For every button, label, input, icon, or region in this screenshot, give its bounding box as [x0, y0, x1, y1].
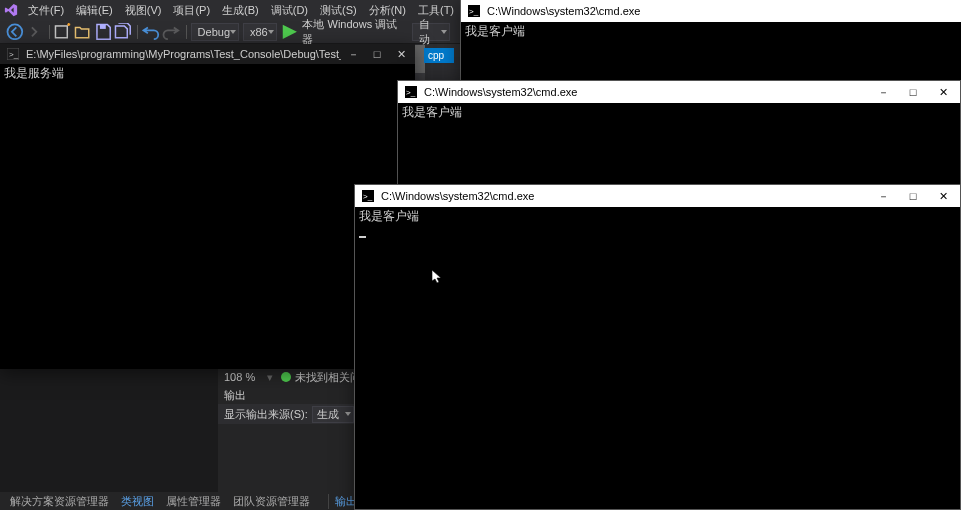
- bottom-tab-team-explorer[interactable]: 团队资源管理器: [227, 494, 316, 509]
- menu-file[interactable]: 文件(F): [22, 3, 70, 18]
- vs-logo-icon: [4, 1, 18, 19]
- bottom-tab-solution-explorer[interactable]: 解决方案资源管理器: [4, 494, 115, 509]
- save-all-icon[interactable]: [114, 23, 132, 41]
- vs-toolbar: Debug x86 本地 Windows 调试器 自动: [0, 20, 460, 44]
- svg-text:>_: >_: [363, 192, 373, 201]
- start-debug-icon[interactable]: [281, 23, 299, 41]
- svg-text:>_: >_: [469, 7, 479, 16]
- svg-point-0: [7, 24, 22, 39]
- cmd2-titlebar[interactable]: >_ C:\Windows\system32\cmd.exe － □ ✕: [398, 81, 960, 103]
- cmd1-title: C:\Windows\system32\cmd.exe: [487, 5, 961, 17]
- menu-debug[interactable]: 调试(D): [265, 3, 314, 18]
- platform-dropdown[interactable]: x86: [243, 23, 277, 41]
- menu-analyze[interactable]: 分析(N): [363, 3, 412, 18]
- cmd2-output-line: 我是客户端: [402, 105, 462, 119]
- server-title: E:\MyFiles\programming\MyPrograms\Test_C…: [26, 48, 341, 60]
- save-icon[interactable]: [94, 23, 112, 41]
- cmd3-window-controls: － □ ✕: [868, 186, 958, 206]
- server-console-window[interactable]: >_ E:\MyFiles\programming\MyPrograms\Tes…: [0, 44, 415, 369]
- cmd-window-2[interactable]: >_ C:\Windows\system32\cmd.exe － □ ✕ 我是客…: [397, 80, 961, 188]
- close-button[interactable]: ✕: [928, 186, 958, 206]
- minimize-button[interactable]: －: [868, 186, 898, 206]
- cmd3-body[interactable]: 我是客户端: [355, 207, 960, 509]
- cmd-icon: >_: [467, 4, 481, 18]
- bottom-tab-property-manager[interactable]: 属性管理器: [160, 494, 227, 509]
- cmd1-titlebar[interactable]: >_ C:\Windows\system32\cmd.exe: [461, 0, 961, 22]
- tab-cpp[interactable]: cpp: [424, 48, 454, 63]
- undo-icon[interactable]: [142, 23, 160, 41]
- maximize-button[interactable]: □: [365, 45, 389, 63]
- toolbar-separator: [137, 25, 138, 39]
- cmd1-output-line: 我是客户端: [465, 24, 525, 38]
- output-filter-dropdown[interactable]: 生成: [312, 406, 354, 423]
- close-button[interactable]: ✕: [389, 45, 413, 63]
- cmd-icon: >_: [404, 85, 418, 99]
- minimize-button[interactable]: －: [868, 82, 898, 102]
- maximize-button[interactable]: □: [898, 186, 928, 206]
- bottom-tab-class-view[interactable]: 类视图: [115, 494, 160, 509]
- auto-dropdown[interactable]: 自动: [412, 23, 450, 41]
- redo-icon[interactable]: [162, 23, 180, 41]
- mouse-pointer-icon: [432, 270, 442, 284]
- debug-target-label[interactable]: 本地 Windows 调试器: [302, 17, 406, 47]
- output-filter-label: 显示输出来源(S):: [224, 407, 308, 422]
- server-titlebar[interactable]: >_ E:\MyFiles\programming\MyPrograms\Tes…: [0, 44, 415, 64]
- cmd-icon: >_: [361, 189, 375, 203]
- vs-lower-left-panel: [0, 368, 218, 498]
- text-cursor: [359, 236, 366, 238]
- menu-project[interactable]: 项目(P): [167, 3, 216, 18]
- new-project-icon[interactable]: [54, 23, 72, 41]
- cmd2-body[interactable]: 我是客户端: [398, 103, 960, 187]
- cmd3-output-line: 我是客户端: [359, 209, 419, 223]
- minimize-button[interactable]: －: [341, 45, 365, 63]
- server-output-line: 我是服务端: [4, 66, 64, 80]
- server-console-body[interactable]: 我是服务端: [0, 64, 415, 369]
- toolbar-separator: [186, 25, 187, 39]
- menu-test[interactable]: 测试(S): [314, 3, 363, 18]
- cmd2-window-controls: － □ ✕: [868, 82, 958, 102]
- svg-rect-2: [100, 24, 106, 28]
- maximize-button[interactable]: □: [898, 82, 928, 102]
- svg-text:>_: >_: [9, 50, 19, 59]
- cmd1-body[interactable]: 我是客户端: [461, 22, 961, 84]
- zoom-level[interactable]: 108 %: [224, 371, 255, 383]
- nav-back-icon[interactable]: [6, 23, 24, 41]
- menu-view[interactable]: 视图(V): [119, 3, 168, 18]
- config-dropdown[interactable]: Debug: [191, 23, 239, 41]
- zoom-dropdown-icon[interactable]: ▾: [267, 371, 273, 384]
- check-ok-icon: [281, 372, 291, 382]
- nav-forward-icon[interactable]: [26, 23, 44, 41]
- console-app-icon: >_: [6, 47, 20, 61]
- menu-build[interactable]: 生成(B): [216, 3, 265, 18]
- cmd3-titlebar[interactable]: >_ C:\Windows\system32\cmd.exe － □ ✕: [355, 185, 960, 207]
- server-window-controls: － □ ✕: [341, 45, 413, 63]
- open-file-icon[interactable]: [74, 23, 92, 41]
- editor-tabstrip: cpp: [424, 48, 454, 65]
- toolbar-separator: [49, 25, 50, 39]
- svg-rect-1: [56, 26, 68, 38]
- cmd-window-1[interactable]: >_ C:\Windows\system32\cmd.exe 我是客户端: [460, 0, 961, 85]
- close-button[interactable]: ✕: [928, 82, 958, 102]
- cmd2-title: C:\Windows\system32\cmd.exe: [424, 86, 868, 98]
- menu-edit[interactable]: 编辑(E): [70, 3, 119, 18]
- svg-text:>_: >_: [406, 88, 416, 97]
- menu-tools[interactable]: 工具(T): [412, 3, 460, 18]
- cmd-window-3[interactable]: >_ C:\Windows\system32\cmd.exe － □ ✕ 我是客…: [354, 184, 961, 510]
- cmd3-title: C:\Windows\system32\cmd.exe: [381, 190, 868, 202]
